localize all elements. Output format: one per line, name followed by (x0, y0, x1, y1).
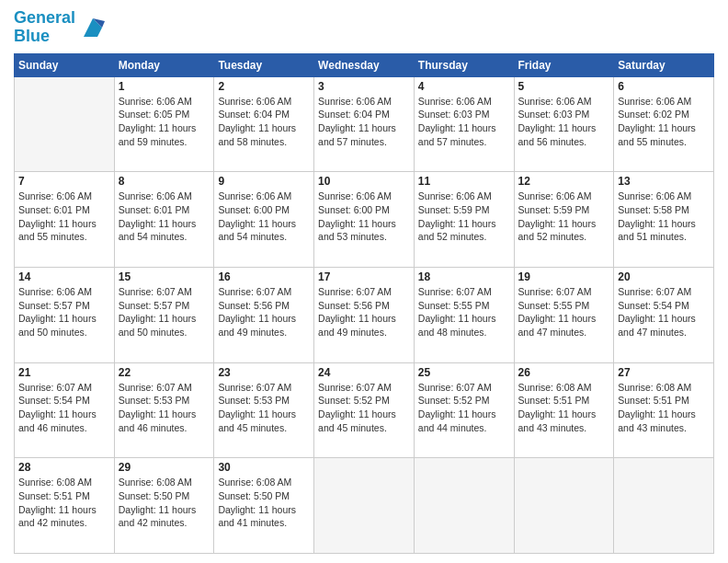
calendar-day-cell: 23Sunrise: 6:07 AM Sunset: 5:53 PM Dayli… (214, 362, 314, 458)
day-number: 4 (418, 80, 510, 93)
day-number: 2 (218, 80, 310, 93)
weekday-header: Monday (114, 53, 214, 76)
calendar-day-cell: 30Sunrise: 6:08 AM Sunset: 5:50 PM Dayli… (214, 458, 314, 554)
calendar-day-cell: 18Sunrise: 6:07 AM Sunset: 5:55 PM Dayli… (414, 267, 514, 362)
day-number: 27 (618, 366, 710, 379)
day-info: Sunrise: 6:06 AM Sunset: 6:02 PM Dayligh… (618, 95, 710, 149)
day-info: Sunrise: 6:06 AM Sunset: 6:04 PM Dayligh… (218, 95, 310, 149)
calendar-day-cell: 29Sunrise: 6:08 AM Sunset: 5:50 PM Dayli… (114, 458, 214, 554)
calendar-day-cell: 22Sunrise: 6:07 AM Sunset: 5:53 PM Dayli… (114, 362, 214, 458)
calendar-day-cell: 27Sunrise: 6:08 AM Sunset: 5:51 PM Dayli… (614, 362, 714, 458)
day-number: 16 (218, 270, 310, 283)
day-number: 15 (119, 270, 210, 283)
day-info: Sunrise: 6:07 AM Sunset: 5:53 PM Dayligh… (119, 381, 210, 435)
weekday-header: Wednesday (314, 53, 415, 76)
day-info: Sunrise: 6:06 AM Sunset: 5:57 PM Dayligh… (18, 285, 110, 339)
calendar-day-cell (414, 458, 514, 554)
calendar-day-cell: 1Sunrise: 6:06 AM Sunset: 6:05 PM Daylig… (114, 76, 214, 172)
day-info: Sunrise: 6:06 AM Sunset: 6:01 PM Dayligh… (119, 190, 210, 244)
calendar-day-cell: 24Sunrise: 6:07 AM Sunset: 5:52 PM Dayli… (314, 362, 415, 458)
day-info: Sunrise: 6:06 AM Sunset: 6:03 PM Dayligh… (518, 95, 610, 149)
day-number: 20 (618, 270, 710, 283)
weekday-header: Tuesday (214, 53, 314, 76)
calendar-week-row: 21Sunrise: 6:07 AM Sunset: 5:54 PM Dayli… (15, 362, 714, 458)
day-number: 25 (418, 366, 510, 379)
day-number: 14 (18, 270, 110, 283)
day-number: 6 (618, 80, 710, 93)
day-number: 3 (318, 80, 410, 93)
header: General Blue (14, 9, 714, 46)
calendar-day-cell: 25Sunrise: 6:07 AM Sunset: 5:52 PM Dayli… (414, 362, 514, 458)
day-number: 18 (418, 270, 510, 283)
calendar-day-cell (514, 458, 614, 554)
calendar-day-cell: 17Sunrise: 6:07 AM Sunset: 5:56 PM Dayli… (314, 267, 415, 362)
calendar-week-row: 7Sunrise: 6:06 AM Sunset: 6:01 PM Daylig… (15, 172, 714, 268)
day-info: Sunrise: 6:06 AM Sunset: 6:04 PM Dayligh… (318, 95, 410, 149)
day-info: Sunrise: 6:08 AM Sunset: 5:50 PM Dayligh… (119, 476, 210, 530)
calendar-day-cell: 20Sunrise: 6:07 AM Sunset: 5:54 PM Dayli… (614, 267, 714, 362)
calendar-day-cell: 13Sunrise: 6:06 AM Sunset: 5:58 PM Dayli… (614, 172, 714, 268)
day-info: Sunrise: 6:07 AM Sunset: 5:57 PM Dayligh… (119, 285, 210, 339)
calendar-day-cell: 15Sunrise: 6:07 AM Sunset: 5:57 PM Dayli… (114, 267, 214, 362)
calendar-day-cell: 12Sunrise: 6:06 AM Sunset: 5:59 PM Dayli… (514, 172, 614, 268)
calendar-day-cell: 2Sunrise: 6:06 AM Sunset: 6:04 PM Daylig… (214, 76, 314, 172)
day-number: 19 (518, 270, 610, 283)
logo-text: General Blue (14, 9, 75, 46)
day-info: Sunrise: 6:07 AM Sunset: 5:54 PM Dayligh… (618, 285, 710, 339)
calendar-day-cell: 8Sunrise: 6:06 AM Sunset: 6:01 PM Daylig… (114, 172, 214, 268)
day-info: Sunrise: 6:07 AM Sunset: 5:56 PM Dayligh… (218, 285, 310, 339)
page: General Blue SundayMondayTuesdayWednesda… (0, 0, 728, 563)
logo-icon (79, 14, 107, 41)
day-number: 22 (119, 366, 210, 379)
calendar-header-row: SundayMondayTuesdayWednesdayThursdayFrid… (15, 53, 714, 76)
calendar-day-cell: 26Sunrise: 6:08 AM Sunset: 5:51 PM Dayli… (514, 362, 614, 458)
day-number: 30 (218, 461, 310, 474)
day-info: Sunrise: 6:07 AM Sunset: 5:55 PM Dayligh… (418, 285, 510, 339)
calendar-day-cell (15, 76, 115, 172)
day-info: Sunrise: 6:08 AM Sunset: 5:51 PM Dayligh… (18, 476, 110, 530)
calendar-day-cell: 11Sunrise: 6:06 AM Sunset: 5:59 PM Dayli… (414, 172, 514, 268)
logo: General Blue (14, 9, 107, 46)
day-info: Sunrise: 6:08 AM Sunset: 5:50 PM Dayligh… (218, 476, 310, 530)
calendar-day-cell: 3Sunrise: 6:06 AM Sunset: 6:04 PM Daylig… (314, 76, 415, 172)
calendar-table: SundayMondayTuesdayWednesdayThursdayFrid… (14, 53, 714, 554)
calendar-day-cell: 5Sunrise: 6:06 AM Sunset: 6:03 PM Daylig… (514, 76, 614, 172)
calendar-day-cell: 14Sunrise: 6:06 AM Sunset: 5:57 PM Dayli… (15, 267, 115, 362)
day-info: Sunrise: 6:06 AM Sunset: 6:00 PM Dayligh… (218, 190, 310, 244)
calendar-day-cell: 9Sunrise: 6:06 AM Sunset: 6:00 PM Daylig… (214, 172, 314, 268)
calendar-day-cell (314, 458, 415, 554)
day-number: 11 (418, 175, 510, 188)
calendar-day-cell (614, 458, 714, 554)
calendar-day-cell: 19Sunrise: 6:07 AM Sunset: 5:55 PM Dayli… (514, 267, 614, 362)
day-info: Sunrise: 6:07 AM Sunset: 5:56 PM Dayligh… (318, 285, 410, 339)
day-info: Sunrise: 6:06 AM Sunset: 6:01 PM Dayligh… (18, 190, 110, 244)
day-number: 28 (18, 461, 110, 474)
calendar-day-cell: 21Sunrise: 6:07 AM Sunset: 5:54 PM Dayli… (15, 362, 115, 458)
day-number: 5 (518, 80, 610, 93)
day-info: Sunrise: 6:07 AM Sunset: 5:52 PM Dayligh… (318, 381, 410, 435)
logo-blue: Blue (14, 27, 50, 45)
day-number: 10 (318, 175, 410, 188)
day-number: 8 (119, 175, 210, 188)
day-number: 26 (518, 366, 610, 379)
day-info: Sunrise: 6:07 AM Sunset: 5:53 PM Dayligh… (218, 381, 310, 435)
weekday-header: Sunday (15, 53, 115, 76)
calendar-day-cell: 28Sunrise: 6:08 AM Sunset: 5:51 PM Dayli… (15, 458, 115, 554)
day-info: Sunrise: 6:06 AM Sunset: 5:58 PM Dayligh… (618, 190, 710, 244)
day-number: 13 (618, 175, 710, 188)
weekday-header: Friday (514, 53, 614, 76)
day-number: 7 (18, 175, 110, 188)
logo-general: General (14, 8, 75, 27)
day-info: Sunrise: 6:07 AM Sunset: 5:52 PM Dayligh… (418, 381, 510, 435)
calendar-week-row: 1Sunrise: 6:06 AM Sunset: 6:05 PM Daylig… (15, 76, 714, 172)
calendar-day-cell: 7Sunrise: 6:06 AM Sunset: 6:01 PM Daylig… (15, 172, 115, 268)
calendar-day-cell: 6Sunrise: 6:06 AM Sunset: 6:02 PM Daylig… (614, 76, 714, 172)
day-number: 23 (218, 366, 310, 379)
day-info: Sunrise: 6:07 AM Sunset: 5:55 PM Dayligh… (518, 285, 610, 339)
day-info: Sunrise: 6:06 AM Sunset: 5:59 PM Dayligh… (518, 190, 610, 244)
day-number: 12 (518, 175, 610, 188)
day-number: 21 (18, 366, 110, 379)
weekday-header: Saturday (614, 53, 714, 76)
calendar-week-row: 14Sunrise: 6:06 AM Sunset: 5:57 PM Dayli… (15, 267, 714, 362)
calendar-day-cell: 4Sunrise: 6:06 AM Sunset: 6:03 PM Daylig… (414, 76, 514, 172)
